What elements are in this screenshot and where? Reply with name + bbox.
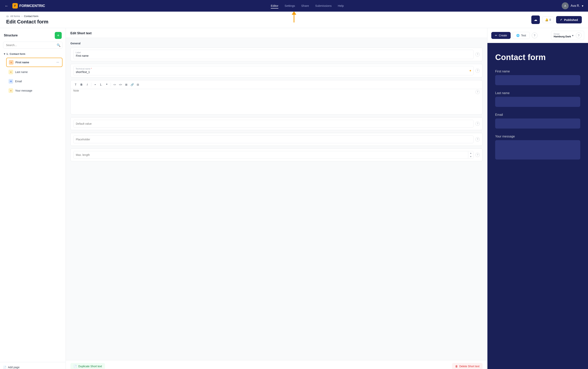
create-button[interactable]: ✏ Create bbox=[491, 32, 511, 39]
breadcrumb-separator: › bbox=[22, 15, 22, 18]
editor-panel: Edit Short text General Label ? Technica bbox=[66, 28, 487, 369]
breadcrumb-all-forms[interactable]: All forms bbox=[10, 15, 20, 18]
preview-field-label-email: Email bbox=[495, 113, 580, 117]
delete-icon: 🗑 bbox=[455, 365, 458, 368]
search-box: 🔍 bbox=[3, 42, 62, 49]
default-value-input[interactable] bbox=[73, 120, 473, 128]
placeholder-input[interactable] bbox=[73, 135, 473, 143]
duplicate-label: Duplicate Short text bbox=[78, 365, 102, 368]
toolbar-quote-btn[interactable]: ❝ bbox=[104, 82, 109, 87]
preview-field-input-firstname[interactable] bbox=[495, 75, 580, 85]
structure-title: Structure bbox=[4, 34, 18, 37]
placeholder-row: ? bbox=[71, 133, 482, 146]
user-name: Ava R. bbox=[571, 4, 580, 8]
page-header: 🗂 All forms › Contact form Edit Contact … bbox=[0, 12, 588, 28]
design-selector[interactable]: Design Hamburg Dark ▾ ? bbox=[551, 31, 584, 40]
search-input[interactable] bbox=[3, 42, 62, 49]
add-element-button[interactable]: + bbox=[55, 32, 62, 39]
note-field-group: T B I • 1. ❝ <> </> ⊞ 🔗 ⊟ ? bbox=[70, 80, 483, 114]
label-field-wrapper: Label bbox=[73, 50, 473, 59]
help-circle-icon[interactable]: ? bbox=[532, 32, 538, 38]
check-icon: ✓ bbox=[560, 18, 562, 21]
general-section-title: General bbox=[70, 42, 483, 45]
design-help-icon[interactable]: ? bbox=[576, 32, 582, 38]
nav-settings[interactable]: Settings bbox=[284, 3, 295, 9]
bell-icon: 🔔 bbox=[545, 18, 548, 21]
editor-body: General Label ? Technical name * bbox=[66, 38, 487, 360]
chevron-down-icon: ▾ bbox=[4, 52, 5, 55]
toolbar-bullet-btn[interactable]: • bbox=[92, 82, 98, 87]
header-left: 🗂 All forms › Contact form Edit Contact … bbox=[6, 15, 48, 25]
max-length-wrapper: ▲ ▼ bbox=[73, 151, 473, 159]
placeholder-group: ? bbox=[70, 133, 483, 146]
nav-help[interactable]: Help bbox=[338, 3, 344, 9]
field-icon-email: ✉ bbox=[9, 79, 13, 84]
preview-field-input-lastname[interactable] bbox=[495, 97, 580, 107]
note-help-icon[interactable]: ? bbox=[475, 90, 480, 94]
tree-item-label-firstname: First name bbox=[15, 61, 54, 64]
label-field-row: Label ? bbox=[71, 48, 482, 61]
nav-submissions[interactable]: Submissions bbox=[315, 3, 332, 9]
more-options-icon[interactable]: ··· bbox=[56, 60, 60, 64]
tree-item-label-message: Your message bbox=[15, 89, 60, 92]
max-length-help-icon[interactable]: ? bbox=[475, 153, 480, 157]
preview-field-textarea-message[interactable] bbox=[495, 140, 580, 160]
preview-field-firstname: First name bbox=[495, 70, 580, 85]
tree-parent: ▾ 1. Contact form bbox=[3, 51, 62, 57]
top-nav: ← F FORMCENTRIC Editor Settings Share Su… bbox=[0, 0, 588, 12]
duplicate-button[interactable]: 📄 Duplicate Short text bbox=[70, 363, 105, 369]
toolbar-table-btn[interactable]: ⊟ bbox=[135, 82, 141, 87]
tree-item-lastname[interactable]: ≡ Last name bbox=[6, 68, 62, 76]
nav-editor[interactable]: Editor bbox=[271, 3, 278, 9]
stepper-down-btn[interactable]: ▼ bbox=[468, 155, 473, 158]
delete-button[interactable]: 🗑 Delete Short text bbox=[452, 363, 483, 369]
preview-field-input-email[interactable] bbox=[495, 118, 580, 129]
note-textarea[interactable] bbox=[73, 89, 473, 112]
create-label: Create bbox=[499, 34, 507, 37]
published-button[interactable]: ✓ Published bbox=[556, 16, 582, 23]
tech-name-field-group: Technical name * ✦ ? bbox=[70, 64, 483, 77]
nav-share[interactable]: Share bbox=[301, 3, 309, 9]
back-button[interactable]: ← bbox=[5, 4, 9, 8]
note-area-wrapper: ? bbox=[71, 89, 482, 114]
tree-parent-label: Contact form bbox=[10, 52, 25, 55]
notification-button[interactable]: 🔔 0 bbox=[542, 16, 554, 23]
toolbar-bold-btn[interactable]: B bbox=[79, 82, 84, 87]
label-input[interactable] bbox=[73, 50, 473, 59]
toolbar-code-block-btn[interactable]: </> bbox=[118, 82, 123, 87]
tech-name-input[interactable] bbox=[73, 66, 473, 75]
chevron-down-icon: ▾ bbox=[572, 34, 573, 37]
toolbar-italic-btn[interactable]: I bbox=[85, 82, 90, 87]
label-help-icon[interactable]: ? bbox=[475, 52, 480, 57]
structure-tree: ▾ 1. Contact form ≡ First name ··· ≡ Las… bbox=[0, 51, 66, 362]
max-length-input[interactable] bbox=[74, 151, 468, 159]
tree-item-firstname[interactable]: ≡ First name ··· bbox=[6, 58, 62, 67]
add-page-icon: 📄 bbox=[3, 366, 6, 369]
structure-panel-header: Structure + bbox=[0, 28, 66, 42]
tech-name-row: Technical name * ✦ ? bbox=[71, 64, 482, 77]
toolbar-link-btn[interactable]: 🔗 bbox=[129, 82, 135, 87]
test-button[interactable]: 🌐 Test bbox=[513, 32, 530, 39]
add-page-button[interactable]: 📄 Add page bbox=[3, 365, 20, 369]
tree-item-label-email: Email bbox=[15, 80, 60, 83]
max-length-group: ▲ ▼ ? bbox=[70, 148, 483, 161]
tech-help-icon[interactable]: ? bbox=[475, 69, 480, 73]
toolbar-ordered-btn[interactable]: 1. bbox=[98, 82, 104, 87]
placeholder-help-icon[interactable]: ? bbox=[475, 137, 480, 142]
label-field-group: Label ? bbox=[70, 48, 483, 61]
tree-item-email[interactable]: ✉ Email bbox=[6, 77, 62, 86]
toolbar-heading-btn[interactable]: T bbox=[73, 82, 78, 87]
default-value-help-icon[interactable]: ? bbox=[475, 122, 480, 126]
stepper-up-btn[interactable]: ▲ bbox=[468, 151, 473, 155]
toolbar-image-btn[interactable]: ⊞ bbox=[124, 82, 129, 87]
search-icon: 🔍 bbox=[57, 43, 60, 47]
breadcrumb-folder-icon: 🗂 bbox=[6, 15, 9, 18]
max-length-row: ▲ ▼ ? bbox=[71, 149, 482, 161]
toolbar-inline-code-btn[interactable]: <> bbox=[112, 82, 118, 87]
cloud-save-button[interactable]: ☁ bbox=[531, 15, 540, 24]
stepper-buttons: ▲ ▼ bbox=[468, 151, 473, 158]
user-menu[interactable]: A Ava R. ▾ bbox=[562, 2, 583, 9]
editor-footer: 📄 Duplicate Short text 🗑 Delete Short te… bbox=[66, 360, 487, 369]
design-label: Design bbox=[554, 33, 571, 35]
tree-item-message[interactable]: ≡ Your message bbox=[6, 86, 62, 95]
